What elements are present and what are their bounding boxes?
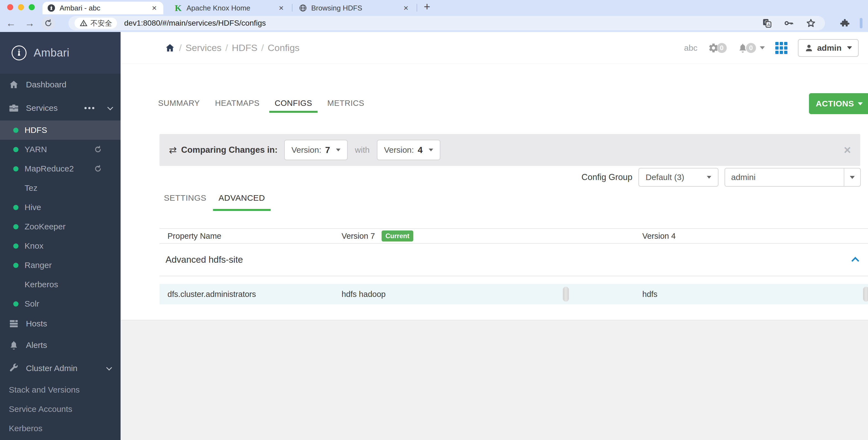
alerts-count-badge: 0	[746, 43, 756, 53]
version-value: 7	[325, 145, 330, 155]
ambari-brand[interactable]: Ambari	[0, 32, 121, 74]
sidebar-service-ranger[interactable]: Ranger	[0, 256, 121, 275]
chevron-down-icon[interactable]	[106, 365, 112, 370]
sidebar-service-solr[interactable]: Solr	[0, 294, 121, 313]
user-menu-button[interactable]: admin	[798, 39, 859, 57]
minimize-window-button[interactable]	[18, 4, 24, 10]
sidebar-item-label: Alerts	[26, 340, 47, 350]
knox-favicon-icon	[174, 4, 183, 12]
sidebar-service-hive[interactable]: Hive	[0, 198, 121, 217]
scrollbar-thumb[interactable]	[863, 287, 868, 302]
sidebar-item-services[interactable]: Services	[0, 96, 121, 121]
service-label: HDFS	[25, 126, 47, 135]
compare-versions-bar: ⇄ Comparing Changes in: Version: 7 with …	[159, 134, 860, 166]
sidebar-item-label: Services	[26, 103, 58, 113]
screen: Ambari - abc × Apache Knox Home × Browsi…	[0, 0, 868, 440]
current-badge: Current	[381, 231, 413, 241]
tab-configs[interactable]: CONFIGS	[269, 97, 318, 113]
sidebar-item-hosts[interactable]: Hosts	[0, 313, 121, 334]
sidebar-item-service-accounts[interactable]: Service Accounts	[0, 400, 121, 419]
filter-input[interactable]	[725, 168, 844, 186]
breadcrumb-services[interactable]: Services	[185, 42, 221, 53]
version-right-dropdown[interactable]: Version: 4	[377, 140, 440, 160]
extensions-icon[interactable]	[839, 18, 850, 29]
service-label: Hive	[25, 203, 41, 212]
sidebar-item-alerts[interactable]: Alerts	[0, 334, 121, 357]
service-label: Ranger	[25, 261, 52, 270]
tab-separator	[292, 4, 292, 11]
bookmark-star-icon[interactable]	[806, 18, 816, 28]
scrollbar-thumb[interactable]	[563, 287, 569, 302]
sidebar-service-knox[interactable]: Knox	[0, 236, 121, 256]
sidebar-service-yarn[interactable]: YARN	[0, 140, 121, 159]
forward-button[interactable]: →	[24, 18, 36, 29]
main: / Services / HDFS / Configs abc 0 0	[121, 32, 868, 440]
more-icon[interactable]	[85, 107, 94, 109]
reload-button[interactable]	[41, 16, 55, 30]
browser-toolbar: ← → 不安全 dev1:8080/#/main/services/HDFS/c…	[0, 14, 868, 32]
svg-text:A: A	[767, 22, 770, 27]
sidebar-item-stack-and-versions[interactable]: Stack and Versions	[0, 380, 121, 400]
sidebar-service-zookeeper[interactable]: ZooKeeper	[0, 217, 121, 236]
section-header-row[interactable]: Advanced hdfs-site	[159, 244, 868, 276]
close-tab-icon[interactable]: ×	[150, 3, 158, 13]
background-ops-control[interactable]: 0	[708, 42, 727, 54]
browser-chrome: Ambari - abc × Apache Knox Home × Browsi…	[0, 0, 868, 32]
breadcrumb-separator: /	[225, 42, 228, 53]
sidebar-service-mapreduce2[interactable]: MapReduce2	[0, 159, 121, 178]
cluster-name: abc	[684, 43, 697, 53]
tab-summary[interactable]: SUMMARY	[153, 97, 205, 113]
column-version4: Version 4	[642, 232, 676, 241]
config-group-dropdown[interactable]: Default (3)	[639, 168, 718, 187]
views-grid-icon[interactable]	[775, 42, 787, 54]
chevron-up-icon[interactable]	[851, 257, 859, 265]
browser-tab-ambari[interactable]: Ambari - abc ×	[42, 2, 163, 14]
restart-required-icon	[94, 164, 102, 173]
sidebar-service-kerberos[interactable]: Kerberos	[0, 275, 121, 294]
security-chip[interactable]: 不安全	[74, 18, 117, 29]
sidebar-service-tez[interactable]: Tez	[0, 178, 121, 198]
close-compare-icon[interactable]: ×	[844, 144, 851, 156]
tab-settings[interactable]: SETTINGS	[158, 192, 212, 211]
sidebar-item-dashboard[interactable]: Dashboard	[0, 74, 121, 96]
maximize-window-button[interactable]	[29, 4, 35, 10]
tab-advanced[interactable]: ADVANCED	[213, 192, 270, 211]
passwords-key-icon[interactable]	[783, 18, 794, 28]
tab-heatmaps[interactable]: HEATMAPS	[209, 97, 265, 113]
version-left-dropdown[interactable]: Version: 7	[284, 140, 348, 160]
alerts-control[interactable]: 0	[737, 42, 765, 54]
filter-dropdown-toggle[interactable]	[844, 168, 860, 186]
tab-separator	[416, 4, 417, 11]
sidebar-item-label: Service Accounts	[9, 404, 72, 414]
sidebar-item-label: Stack and Versions	[9, 385, 80, 395]
browser-tab-hdfs[interactable]: Browsing HDFS ×	[294, 2, 415, 14]
briefcase-icon	[8, 103, 19, 113]
sidebar-service-hdfs[interactable]: HDFS	[0, 121, 121, 140]
close-tab-icon[interactable]: ×	[277, 3, 285, 13]
side-panel-icon[interactable]	[860, 18, 863, 28]
chevron-down-icon[interactable]	[107, 104, 113, 110]
breadcrumb-hdfs[interactable]: HDFS	[232, 42, 257, 53]
browser-tab-knox[interactable]: Apache Knox Home ×	[169, 2, 290, 14]
close-window-button[interactable]	[7, 4, 13, 10]
tab-metrics[interactable]: METRICS	[322, 97, 370, 113]
globe-favicon-icon	[299, 4, 307, 12]
back-button[interactable]: ←	[5, 18, 17, 29]
actions-button[interactable]: ACTIONS	[809, 93, 868, 114]
version7-value-cell[interactable]: hdfs hadoop	[342, 290, 386, 299]
sidebar-item-cluster-admin[interactable]: Cluster Admin	[0, 357, 121, 380]
property-name-cell: dfs.cluster.administrators	[167, 290, 256, 299]
compare-icon: ⇄	[169, 144, 177, 156]
warning-icon	[80, 19, 88, 27]
address-bar[interactable]: 不安全 dev1:8080/#/main/services/HDFS/confi…	[68, 16, 825, 30]
url-text[interactable]: dev1:8080/#/main/services/HDFS/configs	[124, 19, 762, 28]
version4-value-cell[interactable]: hdfs	[642, 290, 657, 299]
row-gap	[159, 276, 868, 284]
close-tab-icon[interactable]: ×	[402, 3, 410, 13]
column-property-name: Property Name	[167, 232, 221, 241]
home-icon[interactable]	[165, 43, 175, 53]
sidebar-item-kerberos-admin[interactable]: Kerberos	[0, 419, 121, 438]
page-header: / Services / HDFS / Configs abc 0 0	[121, 32, 868, 64]
translate-icon[interactable]: GA	[762, 18, 772, 28]
new-tab-button[interactable]: +	[424, 1, 430, 12]
